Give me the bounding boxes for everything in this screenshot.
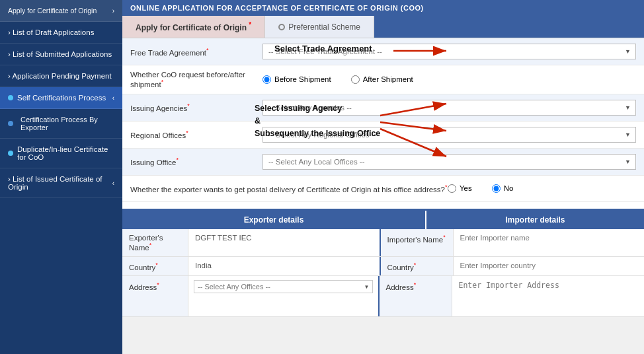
no-option[interactable]: No <box>492 184 514 193</box>
no-radio[interactable] <box>492 184 501 193</box>
exporter-name-text: DGFT TEST IEC <box>195 234 252 242</box>
sidebar-item-label: Self Certifications Process <box>17 94 106 102</box>
sidebar-item-label: Apply for Certificate of Origin <box>8 7 97 15</box>
tab-preferential[interactable]: Preferential Scheme <box>265 16 374 38</box>
before-shipment-label: Before Shipment <box>274 75 331 83</box>
exporter-country-text: India <box>195 262 212 269</box>
sidebar-item-draft-apps[interactable]: › List of Draft Applications <box>0 22 122 44</box>
sidebar: Apply for Certificate of Origin › › List… <box>0 0 122 354</box>
issuing-office-label: Issuing Office* <box>130 157 262 166</box>
sidebar-item-label: › Application Pending Payment <box>8 72 112 80</box>
issuing-agencies-row: Issuing Agencies* -- Select Any Agencies… <box>122 94 644 122</box>
trade-agreement-select-wrapper: -- Select Free Trade Agreement -- <box>262 44 636 59</box>
regional-offices-row: Regional Offices* -- Select Any Regional… <box>122 122 644 149</box>
details-header-row: Exporter details Importer details <box>122 211 644 229</box>
sidebar-item-apply-coo[interactable]: Apply for Certificate of Origin › <box>0 0 122 22</box>
importer-country-label: Country* <box>381 257 454 276</box>
importer-name-input[interactable] <box>460 234 638 242</box>
main-content-wrapper: ONLINE APPLICATION FOR ACCEPTANCE OF CER… <box>122 0 644 354</box>
issuing-agencies-select[interactable]: -- Select Any Agencies -- <box>262 100 636 116</box>
importer-name-label: Importer's Name* <box>381 229 454 256</box>
tabs-row: Apply for Certificate of Origin * Prefer… <box>122 16 644 38</box>
issuing-agencies-label: Issuing Agencies* <box>130 102 262 112</box>
main-content: ONLINE APPLICATION FOR ACCEPTANCE OF CER… <box>122 0 644 317</box>
exporter-address-select-wrapper: -- Select Any Offices -- <box>194 280 373 293</box>
yes-radio[interactable] <box>448 184 456 193</box>
after-shipment-label: After Shipment <box>363 75 413 83</box>
yes-label: Yes <box>460 184 472 192</box>
sidebar-item-self-cert[interactable]: Self Certifications Process ‹ <box>0 87 122 109</box>
sidebar-item-label: Certification Process By Exporter <box>20 116 114 131</box>
importer-header: Importer details <box>426 211 644 229</box>
coo-request-radio-group: Before Shipment After Shipment <box>262 75 636 84</box>
sidebar-item-label: Duplicate/In-lieu Certificate for CoO <box>17 145 114 161</box>
regional-offices-select[interactable]: -- Select Any Regional Offices -- <box>262 127 636 143</box>
issuing-office-row: Issuing Office* -- Select Any Local Offi… <box>122 149 644 176</box>
name-row: Exporter's Name* DGFT TEST IEC Importer'… <box>122 229 644 257</box>
sidebar-item-submitted-apps[interactable]: › List of Submitted Applications <box>0 44 122 65</box>
trade-agreement-label: Free Trade Agreement* <box>130 47 262 57</box>
importer-name-input-wrapper <box>454 229 645 256</box>
sidebar-item-issued-list[interactable]: › List of Issued Certificate of Origin ‹ <box>0 168 122 198</box>
dot-icon <box>8 95 13 100</box>
postal-delivery-radio-group: Yes No <box>448 184 636 193</box>
radio-icon <box>278 24 285 30</box>
country-row: Country* India Country* <box>122 257 644 277</box>
after-shipment-radio[interactable] <box>351 75 360 84</box>
exporter-address-label: Address* <box>122 276 188 316</box>
importer-address-label: Address* <box>380 276 452 316</box>
issuing-office-select-wrapper: -- Select Any Local Offices -- <box>262 154 636 170</box>
details-section: Exporter details Importer details Export… <box>122 209 644 318</box>
sidebar-item-label: › List of Issued Certificate of Origin <box>8 175 108 191</box>
chevron-right-icon: › <box>112 7 114 15</box>
exporter-name-value: DGFT TEST IEC <box>188 229 381 256</box>
exporter-country-value: India <box>188 257 381 276</box>
sidebar-item-duplicate[interactable]: Duplicate/In-lieu Certificate for CoO <box>0 139 122 168</box>
address-row: Address* -- Select Any Offices -- Addres… <box>122 276 644 317</box>
tab-preferential-label: Preferential Scheme <box>288 22 360 32</box>
page-title: ONLINE APPLICATION FOR ACCEPTANCE OF CER… <box>130 4 424 12</box>
sidebar-item-cert-process[interactable]: Certification Process By Exporter <box>0 109 122 139</box>
importer-country-input-wrapper <box>454 257 645 276</box>
tab-apply[interactable]: Apply for Certificate of Origin * <box>122 16 265 38</box>
coo-request-row: Whether CoO request before/after shipmen… <box>122 65 644 94</box>
importer-address-input-wrapper <box>452 276 645 316</box>
regional-offices-select-wrapper: -- Select Any Regional Offices -- <box>262 127 636 143</box>
no-label: No <box>504 184 514 192</box>
dot-icon <box>8 121 13 126</box>
exporter-address-value: -- Select Any Offices -- <box>188 276 380 316</box>
tab-dark <box>374 16 644 38</box>
postal-delivery-row: Whether the exporter wants to get postal… <box>122 176 644 202</box>
trade-agreement-row: Free Trade Agreement* -- Select Free Tra… <box>122 38 644 65</box>
importer-country-input[interactable] <box>460 262 638 269</box>
exporter-header-label: Exporter details <box>244 215 304 225</box>
sidebar-item-pending-payment[interactable]: › Application Pending Payment <box>0 65 122 87</box>
issuing-office-select[interactable]: -- Select Any Local Offices -- <box>262 154 636 170</box>
regional-offices-label: Regional Offices* <box>130 129 262 139</box>
issuing-agencies-select-wrapper: -- Select Any Agencies -- <box>262 100 636 116</box>
page-header: ONLINE APPLICATION FOR ACCEPTANCE OF CER… <box>122 0 644 16</box>
tab-apply-label: Apply for Certificate of Origin * <box>136 21 251 32</box>
coo-request-label: Whether CoO request before/after shipmen… <box>130 71 262 88</box>
exporter-address-select[interactable]: -- Select Any Offices -- <box>194 280 373 293</box>
exporter-name-label: Exporter's Name* <box>122 229 188 256</box>
chevron-right-icon: ‹ <box>112 180 114 187</box>
importer-address-textarea[interactable] <box>459 281 638 310</box>
chevron-left-icon: ‹ <box>112 94 114 102</box>
trade-agreement-select[interactable]: -- Select Free Trade Agreement -- <box>262 44 636 59</box>
form-section: Free Trade Agreement* -- Select Free Tra… <box>122 38 644 317</box>
importer-header-label: Importer details <box>505 215 565 225</box>
dot-icon <box>8 151 13 156</box>
yes-option[interactable]: Yes <box>448 184 472 193</box>
before-shipment-option[interactable]: Before Shipment <box>262 75 331 84</box>
postal-delivery-label: Whether the exporter wants to get postal… <box>130 184 448 194</box>
exporter-header: Exporter details <box>122 211 426 229</box>
sidebar-item-label: › List of Submitted Applications <box>8 50 112 58</box>
after-shipment-option[interactable]: After Shipment <box>351 75 413 84</box>
sidebar-item-label: › List of Draft Applications <box>8 28 94 36</box>
before-shipment-radio[interactable] <box>262 75 271 84</box>
exporter-country-label: Country* <box>122 257 188 276</box>
